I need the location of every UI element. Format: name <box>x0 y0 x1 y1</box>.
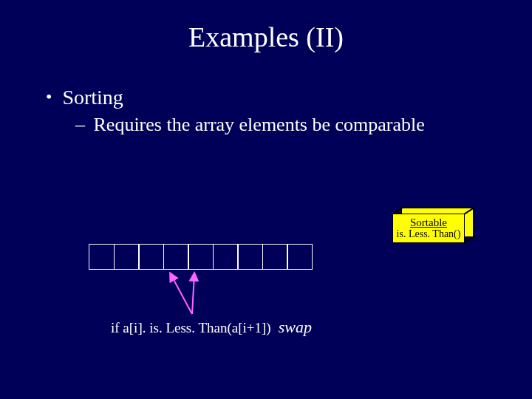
bullet-level1: • Sorting <box>46 86 532 109</box>
code-swap: swap <box>274 318 312 336</box>
array-cell <box>237 244 263 270</box>
array-cell <box>138 244 164 270</box>
array-diagram: if a[i]. is. Less. Than(a[i+1]) swap <box>89 244 313 270</box>
bullet-dash-icon: – <box>75 114 89 136</box>
svg-line-1 <box>171 274 192 314</box>
bullet-list: • Sorting – Requires the array elements … <box>0 53 532 136</box>
bullet2-text: Requires the array elements be comparabl… <box>94 114 425 135</box>
svg-line-2 <box>192 274 194 314</box>
bullet1-text: Sorting <box>62 86 123 109</box>
slide-title: Examples (II) <box>0 0 532 53</box>
code-condition: if a[i]. is. Less. Than(a[i+1]) <box>111 320 271 335</box>
swap-arrows-icon <box>159 270 240 318</box>
array-cells <box>89 244 313 270</box>
bullet-dot-icon: • <box>46 88 52 106</box>
sortable-box: Sortable is. Less. Than() <box>392 208 474 242</box>
array-cell <box>114 244 140 270</box>
array-cell <box>89 244 115 270</box>
box-method: is. Less. Than() <box>397 229 461 240</box>
array-cell <box>188 244 214 270</box>
bullet-level2: – Requires the array elements be compara… <box>46 109 532 136</box>
box-title: Sortable <box>410 217 447 229</box>
array-cell <box>287 244 313 270</box>
array-cell <box>163 244 189 270</box>
array-cell <box>262 244 288 270</box>
array-cell <box>213 244 239 270</box>
code-line: if a[i]. is. Less. Than(a[i+1]) swap <box>111 318 312 337</box>
